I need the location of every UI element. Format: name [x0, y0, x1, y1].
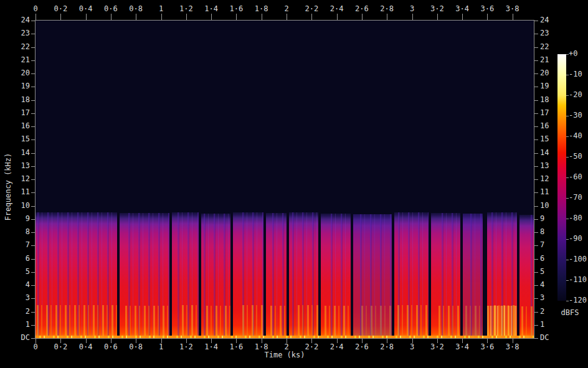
dc-energy-line: [36, 336, 534, 338]
freq-tick-label-left: 20: [9, 69, 30, 77]
time-tick-top: [211, 14, 212, 20]
freq-tick-label-right: 10: [540, 202, 549, 209]
signal-segment: [289, 212, 318, 338]
freq-tick-left: [31, 232, 35, 233]
time-tick-top: [362, 14, 363, 20]
db-tick-label: -90: [569, 235, 582, 242]
freq-tick-label-right: 1: [540, 321, 544, 328]
db-tick-label: -110: [569, 276, 587, 283]
freq-tick-left: [31, 179, 35, 180]
freq-tick-right: [534, 312, 538, 313]
freq-tick-label-right: 3: [540, 294, 544, 301]
freq-tick-label-right: 11: [540, 188, 549, 196]
freq-tick-label-left: 16: [9, 122, 30, 130]
freq-tick-left: [31, 126, 35, 127]
freq-tick-right: [534, 87, 538, 87]
freq-tick-label-left: 19: [9, 82, 30, 90]
freq-tick-label-right: 17: [540, 109, 549, 116]
time-tick-top: [387, 14, 387, 20]
signal-segment: [36, 212, 117, 338]
time-tick-top: [262, 14, 262, 20]
freq-tick-label-right: 5: [540, 268, 544, 275]
freq-tick-label-left: 9: [9, 215, 30, 222]
freq-tick-label-right: 6: [540, 255, 544, 262]
freq-tick-right: [534, 338, 538, 339]
freq-tick-label-left: 8: [9, 228, 30, 235]
signal-segment: [172, 212, 199, 338]
freq-tick-label-right: 24: [540, 16, 549, 24]
freq-tick-left: [31, 153, 35, 154]
time-tick-top: [60, 14, 61, 20]
freq-tick-right: [534, 73, 538, 74]
freq-tick-label-right: 23: [540, 29, 549, 37]
freq-tick-right: [534, 113, 538, 114]
time-tick-top: [437, 14, 438, 20]
time-tick-top: [136, 14, 136, 20]
freq-tick-left: [31, 139, 35, 140]
signal-segment: [201, 214, 230, 338]
freq-tick-left: [31, 60, 35, 61]
freq-tick-label-left: 24: [9, 16, 30, 24]
freq-tick-right: [534, 47, 538, 48]
freq-tick-right: [534, 285, 538, 286]
freq-tick-label-right: 22: [540, 43, 549, 50]
time-tick-label-bottom: 3·8: [494, 343, 531, 351]
freq-tick-label-left: 4: [9, 281, 30, 288]
freq-tick-right: [534, 219, 538, 220]
x-axis-title: Time (ks): [36, 351, 534, 359]
freq-tick-label-right: 20: [540, 69, 549, 77]
signal-segment: [233, 212, 263, 338]
db-tick-label: -20: [569, 91, 582, 98]
time-tick-top: [36, 14, 36, 20]
db-tick-label: -30: [569, 111, 582, 119]
freq-tick-label-right: 4: [540, 281, 544, 288]
db-tick-label: -40: [569, 132, 582, 139]
freq-tick-right: [534, 298, 538, 299]
time-tick-top: [161, 14, 162, 20]
freq-tick-right: [534, 60, 538, 61]
freq-tick-label-left: 3: [9, 294, 30, 301]
db-tick-label: -100: [569, 255, 587, 263]
freq-tick-left: [31, 272, 35, 273]
freq-tick-label-left: 18: [9, 96, 30, 103]
signal-segment: [266, 213, 287, 338]
freq-tick-label-left: 14: [9, 149, 30, 156]
freq-tick-label-right: 7: [540, 241, 544, 248]
freq-tick-label-right: 14: [540, 149, 549, 156]
freq-tick-right: [534, 245, 538, 246]
freq-tick-label-left: 1: [9, 321, 30, 328]
freq-tick-left: [31, 73, 35, 74]
freq-tick-label-right: 15: [540, 135, 549, 143]
freq-tick-label-left: 5: [9, 268, 30, 275]
time-tick-label-top: 3·8: [494, 5, 531, 12]
signal-segment: [487, 212, 516, 338]
freq-tick-right: [534, 272, 538, 273]
time-tick-top: [337, 14, 338, 20]
freq-tick-left: [31, 34, 35, 34]
freq-tick-label-left: DC: [9, 334, 30, 341]
db-tick-label: -80: [569, 214, 582, 222]
signal-segment: [519, 215, 534, 338]
freq-tick-left: [31, 325, 35, 326]
freq-tick-left: [31, 87, 35, 87]
signal-segment: [353, 214, 392, 338]
freq-tick-label-right: 9: [540, 215, 544, 222]
freq-tick-label-right: 2: [540, 308, 544, 315]
freq-tick-left: [31, 21, 35, 21]
signal-segment: [463, 214, 483, 338]
freq-tick-label-right: 21: [540, 56, 549, 64]
signal-segment: [321, 214, 350, 338]
time-tick-top: [513, 14, 513, 20]
spectrogram-window: Frequency (kHz) dBFS Time (ks) 000·20·20…: [0, 0, 588, 368]
freq-tick-right: [534, 192, 538, 193]
freq-tick-label-left: 21: [9, 56, 30, 64]
freq-tick-right: [534, 100, 538, 101]
colorbar: [557, 54, 566, 301]
freq-tick-label-right: 19: [540, 82, 549, 90]
freq-tick-left: [31, 259, 35, 260]
db-tick-label: -60: [569, 173, 582, 181]
time-tick-top: [462, 14, 463, 20]
freq-tick-label-left: 17: [9, 109, 30, 116]
freq-tick-label-right: 13: [540, 162, 549, 169]
freq-tick-left: [31, 100, 35, 101]
